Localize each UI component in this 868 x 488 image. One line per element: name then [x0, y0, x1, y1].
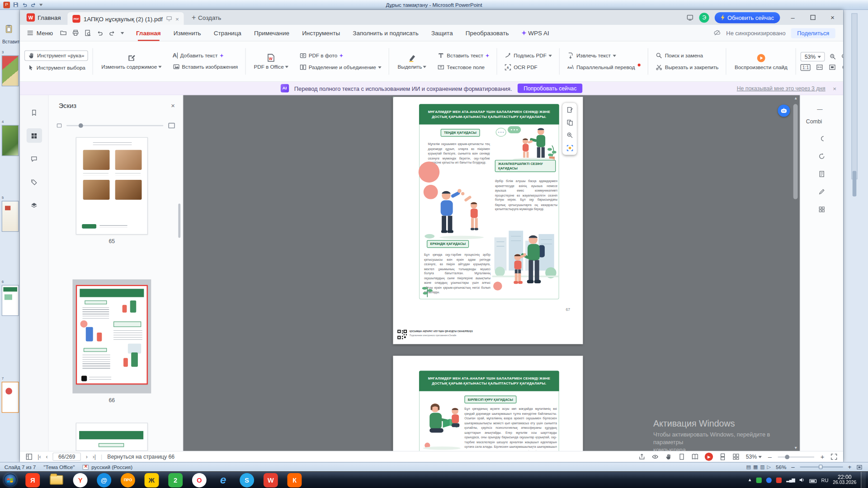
kinopoisk-icon[interactable]: К	[288, 473, 302, 487]
actual-size-icon[interactable]: 1:1	[801, 64, 811, 70]
more-actions-caret-icon[interactable]	[121, 32, 124, 34]
wps-home-tab[interactable]: W Главная	[20, 10, 67, 25]
language-switcher[interactable]: RU	[821, 477, 828, 483]
network-icon[interactable]: ▂▄▆	[786, 478, 794, 483]
minimize-window-button[interactable]: –	[786, 10, 800, 25]
wps-assistant-icon[interactable]	[778, 104, 790, 117]
play-presentation-button[interactable]: ▶	[705, 453, 713, 461]
menu-tab-page[interactable]: Страница	[212, 30, 242, 37]
show-desktop-button[interactable]	[861, 472, 866, 488]
menu-tab-wps-ai[interactable]: WPS AI	[520, 30, 550, 37]
mail-icon[interactable]: @	[97, 473, 111, 487]
cut-pin-button[interactable]: Вырезать и закрепить	[653, 62, 722, 72]
zoom-out-icon[interactable]	[830, 53, 837, 61]
document-info-icon[interactable]	[816, 168, 827, 179]
contents-icon[interactable]	[816, 133, 827, 144]
close-window-button[interactable]: ×	[826, 10, 840, 25]
page-layout-icon[interactable]	[25, 453, 33, 460]
battery-icon[interactable]	[810, 475, 817, 485]
preview-eye-icon[interactable]	[652, 453, 659, 460]
document-scrollbar[interactable]: ▲ ▼	[793, 96, 798, 451]
fit-to-window-icon[interactable]	[856, 464, 862, 470]
wps-office-icon[interactable]: W	[264, 473, 278, 487]
close-tab-icon[interactable]: ×	[175, 15, 179, 22]
redo-icon[interactable]	[108, 29, 116, 37]
select-tool-button[interactable]: Инструмент выбора	[24, 63, 88, 73]
maximize-window-button[interactable]	[806, 10, 820, 25]
start-button[interactable]	[0, 474, 20, 486]
dismiss-banner-link[interactable]: Не показывай мне это через 3 дня	[737, 85, 826, 91]
refresh-icon[interactable]	[816, 150, 827, 161]
menu-button[interactable]: Меню	[27, 29, 53, 37]
back-to-page-link[interactable]: Вернуться на страницу 66	[107, 454, 175, 460]
document-tab[interactable]: PDF 1АПҚО нұсқаулық (2) (1).pdf ×	[67, 12, 184, 25]
tray-wps-icon[interactable]	[776, 477, 782, 483]
volume-icon[interactable]	[799, 477, 805, 483]
2gis-icon[interactable]: 2	[168, 473, 183, 487]
bookmarks-panel-icon[interactable]	[26, 105, 42, 120]
sign-pdf-button[interactable]: Подпись PDF	[501, 51, 555, 61]
play-slide-button[interactable]: Воспроизвести слайд	[731, 51, 791, 71]
slide-thumbnail-4[interactable]	[2, 125, 19, 156]
pdf-to-photo-button[interactable]: PDF в фото	[297, 51, 384, 61]
pdf-page-current[interactable]: МҰҒАЛІМДЕР МЕН АТА-АНАЛАР ҮШІН БАЛАЛАРМЕ…	[393, 97, 583, 344]
new-tab-button[interactable]: + Создать	[192, 13, 221, 21]
next-page-button[interactable]: ›	[86, 454, 88, 460]
zoom-slider[interactable]	[778, 456, 814, 457]
document-view-area[interactable]: МҰҒАЛІМДЕР МЕН АТА-АНАЛАР ҮШІН БАЛАЛАРМЕ…	[183, 95, 800, 451]
insert-text-button[interactable]: Вставить текст	[434, 51, 492, 61]
slide-thumbnail-6[interactable]	[2, 285, 19, 316]
export-icon[interactable]	[638, 453, 646, 460]
menu-tab-edit[interactable]: Изменить	[172, 30, 202, 37]
yellow-app-icon[interactable]: Ж	[145, 473, 159, 487]
redo-icon[interactable]	[30, 2, 36, 8]
previous-page-button[interactable]: ‹	[46, 454, 48, 460]
edit-page-icon[interactable]	[566, 106, 573, 113]
print-preview-icon[interactable]	[84, 29, 91, 37]
panel-scrollbar[interactable]	[178, 204, 180, 238]
hand-tool-button[interactable]: Инструмент «рука»	[24, 50, 88, 61]
multi-page-grid-icon[interactable]	[732, 453, 740, 460]
hand-mode-icon[interactable]	[665, 453, 672, 460]
book-view-icon[interactable]	[692, 453, 699, 460]
layers-panel-icon[interactable]	[26, 198, 42, 212]
menu-tab-comment[interactable]: Примечание	[253, 30, 291, 37]
insert-images-button[interactable]: Вставить изображения	[170, 62, 241, 71]
thumbnails-panel-icon[interactable]	[26, 128, 42, 143]
tray-cloud-icon[interactable]	[766, 477, 772, 483]
scroll-up-icon[interactable]: ▲	[793, 96, 798, 100]
ppt-zoom-level[interactable]: 56%	[776, 464, 786, 470]
page-thumbnail-67[interactable]	[76, 423, 148, 451]
merge-pages-icon[interactable]	[566, 119, 573, 126]
snapshot-icon[interactable]	[566, 145, 573, 152]
menu-tab-protect[interactable]: Защита	[430, 30, 454, 37]
tray-expand-icon[interactable]: ▲	[748, 478, 752, 483]
save-icon[interactable]	[13, 2, 19, 8]
present-icon[interactable]	[166, 15, 172, 21]
print-icon[interactable]	[72, 29, 79, 37]
ppt-zoom-slider[interactable]	[800, 466, 843, 467]
screen-share-icon[interactable]	[686, 14, 693, 21]
magnify-icon[interactable]	[566, 131, 573, 139]
slide-thumbnail-3[interactable]	[2, 55, 19, 86]
continuous-pages-icon[interactable]	[719, 453, 726, 460]
update-now-button[interactable]: Обновить сейчас	[715, 12, 780, 23]
ppt-zoom-out[interactable]: –	[791, 464, 795, 470]
attachments-panel-icon[interactable]	[26, 175, 42, 189]
find-replace-button[interactable]: Поиск и замена	[653, 51, 722, 61]
slide-thumbnail-7[interactable]	[2, 382, 19, 413]
zoom-in-button[interactable]: +	[821, 453, 825, 460]
fit-width-icon[interactable]	[816, 64, 823, 71]
ya-pro-icon[interactable]: ПРО	[121, 473, 135, 487]
highlight-button[interactable]: Выделить	[394, 52, 430, 71]
skype-icon[interactable]: S	[240, 473, 254, 487]
tray-shield-icon[interactable]	[756, 477, 762, 483]
menu-tab-convert[interactable]: Преобразовать	[464, 30, 510, 37]
yandex-browser-icon[interactable]: Y	[73, 473, 88, 487]
pdf-to-office-button[interactable]: W PDF в Office	[250, 52, 292, 71]
fullscreen-icon[interactable]	[830, 453, 838, 460]
undo-icon[interactable]	[22, 2, 28, 8]
quick-access-caret-icon[interactable]	[39, 4, 42, 6]
pdf-page-next[interactable]: МҰҒАЛІМДЕР МЕН АТА-АНАЛАР ҮШІН БАЛАЛАРМЕ…	[393, 356, 583, 451]
annotate-icon[interactable]	[816, 186, 827, 197]
